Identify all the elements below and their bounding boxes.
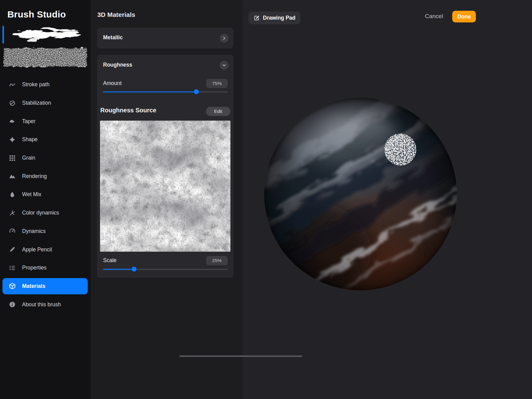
sidebar-item-label: About this brush	[22, 301, 61, 308]
sidebar-item-label: Shape	[22, 136, 38, 143]
apple-pencil-icon	[9, 246, 16, 253]
slider-thumb[interactable]	[132, 267, 137, 272]
metallic-label: Metallic	[103, 34, 123, 41]
materials-icon	[9, 282, 16, 290]
roughness-source-label: Roughness Source	[100, 107, 156, 114]
sidebar-item-label: Color dynamics	[22, 210, 59, 216]
slider-fill	[103, 91, 196, 92]
metallic-section[interactable]: Metallic	[97, 28, 233, 48]
drawing-pad-button[interactable]: Drawing Pad	[249, 12, 300, 24]
roughness-source-texture[interactable]	[100, 121, 230, 252]
preview-canvas: Drawing Pad Cancel Done	[242, 0, 532, 399]
sidebar-item-label: Stabilization	[22, 100, 51, 106]
sidebar-item-label: Properties	[22, 265, 47, 271]
rendering-icon	[9, 172, 16, 180]
app-title: Brush Studio	[7, 9, 66, 20]
slider-thumb[interactable]	[194, 89, 199, 94]
chevron-down-icon[interactable]	[220, 61, 229, 70]
compose-pencil-icon	[253, 15, 260, 21]
done-button[interactable]: Done	[452, 11, 476, 22]
sidebar-item-label: Wet Mix	[22, 191, 41, 198]
panel-title: 3D Materials	[97, 11, 135, 18]
sidebar-item-properties[interactable]: Properties	[0, 259, 91, 277]
brush-studio-window: Brush Studio	[0, 0, 532, 399]
sidebar-menu: Stroke path Stabilization Taper Shape	[0, 76, 91, 314]
sidebar-item-about[interactable]: About this brush	[0, 295, 91, 314]
scale-label: Scale	[103, 257, 117, 264]
sidebar: Brush Studio	[0, 0, 91, 399]
sidebar-item-shape[interactable]: Shape	[0, 130, 91, 149]
sidebar-item-label: Taper	[22, 118, 36, 125]
sidebar-item-grain[interactable]: Grain	[0, 149, 91, 167]
material-preview-sphere[interactable]	[264, 97, 457, 291]
roughness-section: Roughness Amount 75% Roughness Source Ed…	[97, 55, 233, 278]
sidebar-item-wet-mix[interactable]: Wet Mix	[0, 185, 91, 204]
slider-fill	[103, 269, 134, 270]
taper-icon	[9, 118, 16, 125]
about-icon	[9, 301, 16, 308]
sidebar-item-label: Dynamics	[22, 228, 46, 234]
scale-slider[interactable]	[103, 267, 228, 272]
shape-icon	[9, 136, 16, 143]
stabilization-icon	[9, 99, 16, 107]
cancel-button[interactable]: Cancel	[425, 13, 443, 20]
edit-button[interactable]: Edit	[206, 107, 230, 116]
wet-mix-icon	[9, 191, 16, 198]
materials-panel: 3D Materials Metallic Roughness Amount 7…	[91, 0, 242, 399]
brush-stroke-preview	[4, 24, 90, 45]
amount-slider[interactable]	[103, 89, 228, 94]
stroke-path-icon	[9, 81, 16, 88]
brush-selected-indicator	[2, 26, 4, 44]
drawing-pad-label: Drawing Pad	[263, 15, 295, 21]
sidebar-item-apple-pencil[interactable]: Apple Pencil	[0, 240, 91, 259]
sidebar-item-label: Grain	[22, 155, 35, 161]
sidebar-item-label: Rendering	[22, 173, 47, 180]
home-indicator[interactable]	[179, 355, 302, 357]
roughness-label: Roughness	[103, 62, 132, 68]
sidebar-item-materials[interactable]: Materials	[0, 277, 91, 296]
grain-icon	[9, 154, 16, 162]
color-dynamics-icon	[9, 209, 16, 217]
sidebar-item-rendering[interactable]: Rendering	[0, 167, 91, 185]
brush-grain-preview	[3, 46, 87, 68]
amount-label: Amount	[103, 80, 121, 87]
dynamics-icon	[9, 227, 16, 235]
sidebar-item-label: Stroke path	[22, 81, 50, 88]
sidebar-item-stabilization[interactable]: Stabilization	[0, 94, 91, 112]
properties-icon	[9, 264, 16, 272]
sidebar-item-stroke-path[interactable]: Stroke path	[0, 76, 91, 94]
sidebar-item-dynamics[interactable]: Dynamics	[0, 222, 91, 241]
sidebar-item-taper[interactable]: Taper	[0, 112, 91, 130]
sidebar-item-color-dynamics[interactable]: Color dynamics	[0, 204, 91, 222]
sidebar-item-label: Materials	[22, 283, 45, 289]
sidebar-item-label: Apple Pencil	[22, 246, 52, 253]
scale-value-badge: 25%	[206, 256, 228, 265]
amount-value-badge: 75%	[206, 79, 228, 88]
chevron-right-icon[interactable]	[220, 34, 229, 43]
